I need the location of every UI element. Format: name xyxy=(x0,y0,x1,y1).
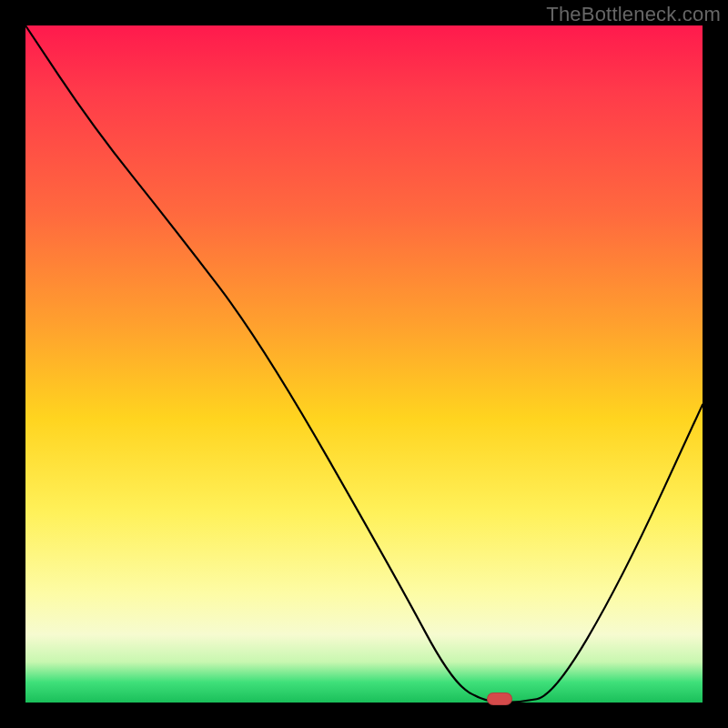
watermark-text: TheBottleneck.com xyxy=(546,3,721,26)
chart-frame: TheBottleneck.com xyxy=(0,0,728,728)
plot-area xyxy=(25,25,703,703)
optimum-marker xyxy=(487,693,512,705)
bottleneck-curve xyxy=(25,25,703,703)
